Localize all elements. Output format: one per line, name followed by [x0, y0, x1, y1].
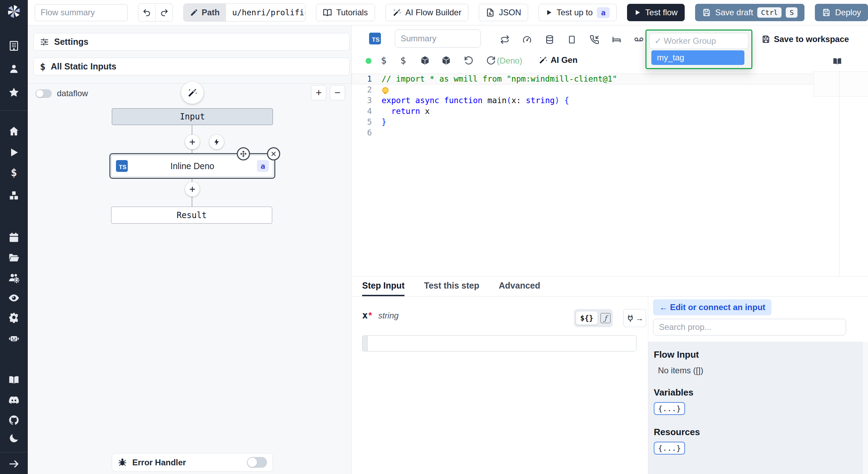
settings-gear-icon[interactable] [8, 312, 19, 323]
tutorials-button[interactable]: Tutorials [316, 4, 375, 21]
cache-database-icon[interactable] [545, 35, 554, 44]
step-summary-input[interactable] [395, 30, 481, 48]
runs-play-icon[interactable] [8, 147, 19, 158]
zoom-in-button[interactable]: + [311, 85, 326, 100]
error-handler-toggle[interactable] [247, 457, 267, 468]
resource-dollar-icon[interactable]: $ [400, 55, 406, 66]
script-docs-book-icon[interactable] [833, 57, 842, 66]
value-field-gutter[interactable] [362, 336, 368, 351]
worker-group-select[interactable]: ✓ Worker Group [649, 33, 749, 49]
argument-value-input[interactable] [368, 336, 636, 351]
minimap-slider[interactable] [813, 72, 868, 97]
schedules-calendar-icon[interactable] [8, 232, 19, 243]
early-stop-gauge-icon[interactable] [522, 35, 532, 44]
home-icon[interactable] [8, 126, 19, 137]
zoom-out-button[interactable]: − [330, 85, 345, 100]
package-box-icon[interactable] [441, 56, 451, 65]
retry-repeat-icon[interactable] [500, 35, 510, 44]
path-field[interactable]: Path u/henri/prolific_flow [183, 3, 306, 22]
ai-gen-button[interactable]: AI Gen [539, 55, 577, 65]
audit-eye-icon[interactable] [8, 292, 19, 303]
resources-json-chip[interactable]: {...} [654, 442, 685, 455]
step-detail-panel: Step Input Test this step Advanced x * s… [351, 276, 868, 474]
path-value: u/henri/prolific_flow [226, 4, 306, 21]
flow-summary-input[interactable] [35, 4, 128, 21]
flow-graph-panel: Settings $ All Static Inputs dataflow + … [28, 25, 351, 474]
props-browser: Flow Input No items ([]) Variables {...}… [648, 342, 868, 474]
connect-panel: ← Edit or connect an input Flow Input No… [648, 297, 868, 474]
mock-voicemail-icon[interactable] [634, 35, 644, 44]
tab-test-this-step[interactable]: Test this step [424, 276, 479, 296]
input-node[interactable]: Input [112, 108, 273, 125]
variable-dollar-icon[interactable]: $ [381, 55, 386, 66]
minimap-divider [839, 70, 840, 276]
suspend-phone-incoming-icon[interactable] [590, 35, 599, 44]
reset-rotate-ccw-icon[interactable] [464, 56, 474, 65]
deploy-button[interactable]: Deploy [815, 4, 868, 21]
docs-book-icon[interactable] [8, 374, 19, 385]
function-mode-chip[interactable]: ƒ [600, 313, 611, 323]
ai-wand-button[interactable] [181, 82, 203, 104]
scrollbar-track[interactable] [862, 342, 868, 474]
sleep-bed-icon[interactable] [612, 35, 621, 44]
expand-sidebar-arrow-icon[interactable] [8, 458, 19, 469]
windmill-logo-icon[interactable] [6, 3, 22, 19]
discord-icon[interactable] [8, 394, 19, 406]
test-up-to-button[interactable]: Test up to a [539, 4, 617, 21]
user-icon[interactable] [8, 63, 19, 74]
variables-dollar-icon[interactable]: $ [8, 167, 19, 178]
step-id-badge: a [257, 160, 269, 172]
resources-cubes-icon[interactable] [8, 190, 19, 201]
groups-users-gear-icon[interactable] [8, 272, 19, 283]
worker-group-option-my-tag[interactable]: my_tag [651, 50, 744, 65]
step-input-content: x * string ${} ƒ → [352, 297, 648, 474]
concurrency-square-icon[interactable] [567, 35, 577, 44]
all-static-inputs-row[interactable]: $ All Static Inputs [33, 58, 350, 75]
redo-button[interactable] [155, 4, 172, 21]
path-label: Path [184, 4, 226, 21]
workspace-icon[interactable] [8, 40, 19, 51]
result-node[interactable]: Result [111, 207, 272, 224]
variables-json-chip[interactable]: {...} [654, 402, 685, 415]
error-handler-row[interactable]: Error Handler [112, 453, 273, 472]
step-node-label: Inline Deno [128, 161, 257, 171]
plus-icon [189, 185, 196, 193]
step-node-inline-deno[interactable]: TS Inline Deno a [109, 153, 275, 179]
json-button[interactable]: JSON [479, 4, 528, 21]
connect-input-plug-button[interactable]: → [623, 309, 646, 327]
tab-advanced[interactable]: Advanced [499, 276, 540, 296]
flow-settings-row[interactable]: Settings [33, 33, 350, 51]
folders-icon[interactable] [8, 252, 19, 263]
tab-step-input[interactable]: Step Input [362, 276, 404, 296]
delete-step-button[interactable] [267, 147, 280, 160]
github-icon[interactable] [8, 415, 19, 426]
topbar: Path u/henri/prolific_flow Tutorials AI … [28, 0, 868, 25]
save-draft-button[interactable]: Save draft Ctrl S [695, 4, 805, 21]
add-step-button[interactable] [185, 135, 200, 149]
favorites-star-icon[interactable] [8, 87, 19, 98]
add-step-button[interactable] [185, 182, 200, 197]
package-box-icon[interactable] [420, 56, 430, 65]
add-trigger-bolt-button[interactable] [209, 135, 224, 149]
assistant-status-dot [366, 58, 372, 64]
pencil-icon [190, 8, 198, 17]
reload-refresh-icon[interactable] [486, 56, 496, 65]
dollar-icon: $ [40, 61, 45, 72]
ai-flow-builder-button[interactable]: AI Flow Builder [385, 4, 468, 21]
step-tabs: Step Input Test this step Advanced [352, 276, 868, 297]
search-prop-input[interactable] [653, 319, 846, 335]
code-lines: 1// import * as wmill from "npm:windmill… [352, 74, 868, 138]
undo-button[interactable] [139, 4, 155, 21]
floppy-icon [761, 35, 770, 44]
save-to-workspace-button[interactable]: Save to workspace [761, 34, 849, 44]
code-editor[interactable]: 1// import * as wmill from "npm:windmill… [352, 70, 868, 276]
dark-mode-moon-icon[interactable] [8, 433, 19, 444]
edit-or-connect-button[interactable]: ← Edit or connect an input [653, 299, 771, 315]
move-step-handle[interactable] [237, 147, 250, 160]
template-mode-chip[interactable]: ${} [576, 311, 598, 325]
settings-label: Settings [54, 37, 89, 47]
workers-robot-icon[interactable] [8, 333, 19, 344]
dataflow-toggle[interactable] [35, 89, 52, 98]
variables-heading: Variables [654, 387, 868, 398]
test-flow-button[interactable]: Test flow [627, 4, 684, 21]
